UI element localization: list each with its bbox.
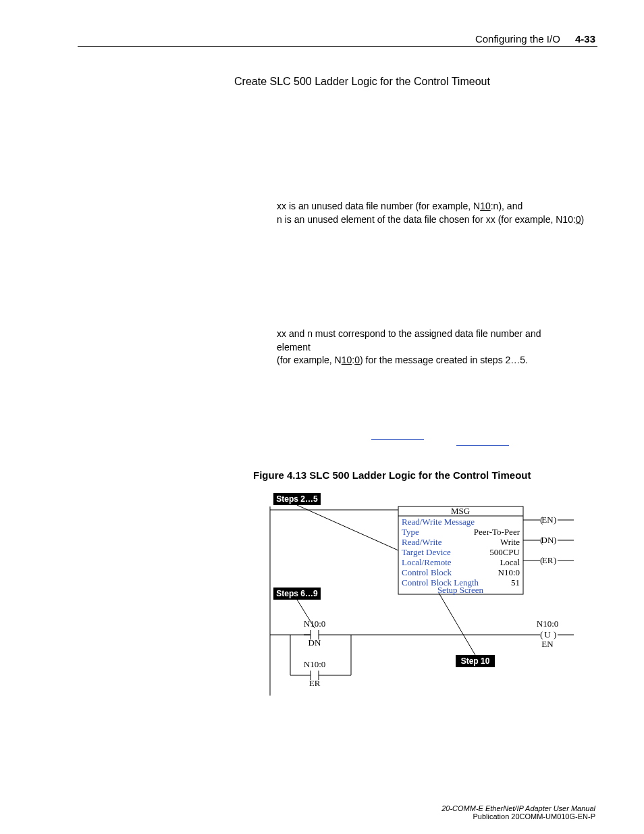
section-title: Create SLC 500 Ladder Logic for the Cont… xyxy=(234,76,490,88)
step-tag-a-text: Steps 2…5 xyxy=(276,494,318,504)
header-rule xyxy=(78,46,597,47)
footer-line2: Publication 20COMM-UM010G-EN-P xyxy=(473,812,595,820)
svg-text:): ) xyxy=(554,535,556,545)
svg-line-31 xyxy=(297,505,398,550)
msg-v-2: 500CPU xyxy=(489,547,520,557)
msg-v-3: Local xyxy=(500,557,520,567)
svg-text:): ) xyxy=(554,515,556,525)
contact1-top: N10:0 xyxy=(304,619,326,629)
figure-caption: Figure 4.13 SLC 500 Ladder Logic for the… xyxy=(253,469,531,481)
msg-k-1: Read/Write xyxy=(402,537,442,547)
note-2: xx and n must correspond to the assigned… xyxy=(277,328,577,367)
msg-k-3: Local/Remote xyxy=(402,557,452,567)
coil-u-top: N10:0 xyxy=(537,619,559,629)
footer-line1: 20-COMM-E EtherNet/IP Adapter User Manua… xyxy=(441,804,595,812)
msg-k-0: Type xyxy=(402,527,419,537)
step-tag-c-text: Step 10 xyxy=(461,656,490,666)
coil-er: ER xyxy=(542,555,554,565)
contact2-top: N10:0 xyxy=(304,659,326,669)
coil-dn: DN xyxy=(541,535,554,545)
svg-text:): ) xyxy=(554,555,556,565)
coil-u-bot: EN xyxy=(541,639,554,649)
msg-v-4: N10:0 xyxy=(498,567,520,577)
header-page: 4-33 xyxy=(575,33,595,45)
msg-v-0: Peer-To-Peer xyxy=(474,527,520,537)
msg-k-4: Control Block xyxy=(402,567,452,577)
step-tag-b-text: Steps 6…9 xyxy=(276,589,318,598)
coil-en: EN xyxy=(541,515,554,525)
blue-rule-1 xyxy=(371,439,424,440)
msg-setup: Setup Screen xyxy=(437,585,484,595)
svg-text:(: ( xyxy=(540,629,543,640)
blue-rule-2 xyxy=(456,445,509,446)
header-section: Configuring the I/O xyxy=(475,33,560,45)
contact2-bot: ER xyxy=(309,678,321,688)
msg-k-2: Target Device xyxy=(402,547,451,557)
page-footer: 20-COMM-E EtherNet/IP Adapter User Manua… xyxy=(441,804,595,820)
svg-line-33 xyxy=(439,593,475,655)
msg-title: MSG xyxy=(451,506,470,516)
page-header: Configuring the I/O 4-33 xyxy=(475,33,595,45)
contact1-bot: DN xyxy=(308,637,321,648)
coil-u: U xyxy=(544,629,551,640)
msg-v-1: Write xyxy=(500,537,520,547)
svg-text:): ) xyxy=(554,629,556,640)
ladder-diagram: MSG Read/Write Message Type Peer-To-Peer… xyxy=(263,493,587,696)
note-1: xx is an unused data file number (for ex… xyxy=(277,200,584,226)
msg-v-5: 51 xyxy=(511,577,520,588)
msg-header: Read/Write Message xyxy=(402,517,475,527)
